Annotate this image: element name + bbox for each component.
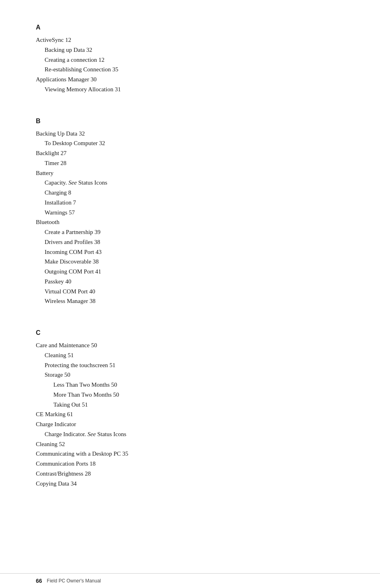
list-item: Battery — [36, 168, 344, 178]
list-item: Drivers and Profiles 38 — [36, 237, 344, 247]
section-letter-b: B — [36, 118, 344, 125]
list-item: Re-establishing Connection 35 — [36, 65, 344, 75]
list-item: Make Discoverable 38 — [36, 257, 344, 267]
list-item: More Than Two Months 50 — [36, 390, 344, 400]
list-item: Installation 7 — [36, 198, 344, 208]
list-item: Backing up Data 32 — [36, 45, 344, 55]
list-item: Cleaning 52 — [36, 439, 344, 449]
list-item: Warnings 57 — [36, 208, 344, 218]
list-item: Charge Indicator. See Status Icons — [36, 429, 344, 439]
list-item: CE Marking 61 — [36, 409, 344, 419]
list-item: Storage 50 — [36, 370, 344, 380]
list-item: Outgoing COM Port 41 — [36, 267, 344, 277]
list-item: Timer 28 — [36, 158, 344, 168]
list-item: Protecting the touchscreen 51 — [36, 360, 344, 370]
list-item: Creating a connection 12 — [36, 55, 344, 65]
list-item: Bluetooth — [36, 217, 344, 227]
footer-title: Field PC Owner's Manual — [47, 578, 101, 584]
list-item: Wireless Manager 38 — [36, 296, 344, 306]
list-item: Create a Partnership 39 — [36, 227, 344, 237]
list-item: Charging 8 — [36, 188, 344, 198]
list-item: Capacity. See Status Icons — [36, 178, 344, 188]
list-item: Incoming COM Port 43 — [36, 247, 344, 257]
list-item: Applications Manager 30 — [36, 75, 344, 85]
list-item: Charge Indicator — [36, 419, 344, 429]
list-item: Contrast/Brightness 28 — [36, 469, 344, 479]
list-item: Copying Data 34 — [36, 479, 344, 489]
list-item: Communication Ports 18 — [36, 459, 344, 469]
list-item: Less Than Two Months 50 — [36, 380, 344, 390]
page-footer: 66 Field PC Owner's Manual — [0, 573, 380, 588]
list-item: Communicating with a Desktop PC 35 — [36, 449, 344, 459]
list-item: Care and Maintenance 50 — [36, 340, 344, 350]
list-item: ActiveSync 12 — [36, 35, 344, 45]
list-item: Cleaning 51 — [36, 350, 344, 360]
list-item: Backing Up Data 32 — [36, 129, 344, 139]
list-item: Passkey 40 — [36, 277, 344, 287]
see-reference: See — [69, 179, 77, 186]
page-number: 66 — [36, 578, 42, 584]
list-item: Backlight 27 — [36, 148, 344, 158]
section-letter-a: A — [36, 24, 344, 31]
section-letter-c: C — [36, 329, 344, 336]
see-reference: See — [88, 431, 96, 437]
page-container: A ActiveSync 12 Backing up Data 32 Creat… — [0, 0, 380, 588]
list-item: Taking Out 51 — [36, 400, 344, 410]
list-item: Viewing Memory Allocation 31 — [36, 85, 344, 94]
list-item: Virtual COM Port 40 — [36, 287, 344, 297]
list-item: To Desktop Computer 32 — [36, 138, 344, 148]
